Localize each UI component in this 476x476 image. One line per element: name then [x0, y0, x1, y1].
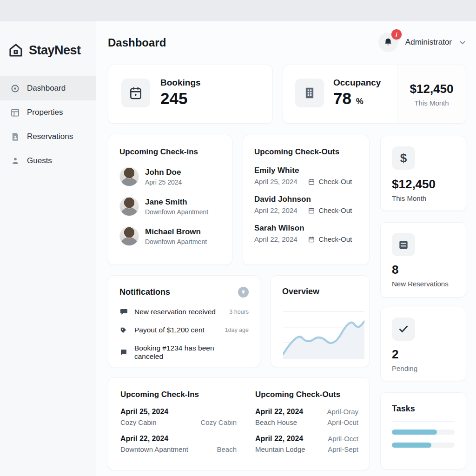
bottom-entry[interactable]: April 25, 2024 Cozy Cabin Cozy Cabin: [120, 408, 237, 426]
bottom-entry[interactable]: April 22, 2024 Downtown Apantment Beach: [120, 435, 237, 453]
entry-date: April 22, 2024: [255, 435, 303, 443]
entry-date: April 22, 2024: [120, 435, 168, 443]
notification-text: Booking #1234 has been canceled: [134, 344, 243, 361]
checkin-list-item[interactable]: John Doe Apri 25 2024: [119, 167, 221, 186]
revenue-period: This Month: [414, 99, 449, 107]
bottom-entry[interactable]: April 22, 2024 April-Occt Meuntain Lodge…: [255, 435, 358, 453]
sidebar-item-label: Properties: [27, 108, 63, 117]
layout-panel-icon: [10, 108, 20, 118]
task-progress-track: [392, 443, 455, 448]
checkin-list-item[interactable]: Michael Brown Downfown Apartment: [119, 226, 221, 246]
checkin-list-item[interactable]: Jane Smith Downfown Apantment: [119, 197, 221, 216]
avatar: [119, 197, 139, 216]
bottom-checkouts-section: Upcoming Check-Outs April 22, 2024 April…: [255, 390, 358, 453]
notifications-title: Notifications: [119, 287, 170, 297]
guest-name: John Doe: [145, 168, 182, 177]
sidebar-item-properties[interactable]: Properties: [0, 100, 96, 125]
avatar: [119, 226, 139, 246]
occupancy-card[interactable]: Occupancy 78 % $12,450 This Month: [283, 65, 466, 124]
notifications-card: Notifications New reservation received 3…: [108, 275, 260, 367]
pending-card: 2 Pending: [380, 307, 466, 381]
bottom-summary-card: Upcoming Check-Ins April 25, 2024 Cozy C…: [108, 377, 370, 470]
entry-date-right: April-Oray: [327, 408, 358, 416]
task-progress-fill: [392, 430, 437, 435]
notification-badge: i: [391, 29, 402, 40]
bookings-value: 245: [160, 89, 201, 108]
overview-chart-wrap: [283, 306, 364, 363]
checkout-list-item[interactable]: Sarah Wilson April 22, 2024 Check-Out: [254, 224, 358, 243]
divider: [392, 421, 455, 422]
guest-sub: Downfown Apantment: [145, 208, 208, 216]
entry-property: Downtown Apantment: [120, 445, 188, 453]
calendar-mini-icon: [308, 178, 315, 185]
person-icon: [10, 156, 20, 166]
target-icon: [10, 84, 20, 93]
upcoming-checkouts-card: Upcoming Check-Outs Emily White April 25…: [243, 135, 370, 265]
entry-property-right: Beach: [217, 445, 237, 453]
reservations-label: New Reservations: [392, 280, 455, 288]
file-person-icon: [10, 132, 20, 142]
guest-name: Jane Smith: [145, 198, 208, 207]
occupancy-unit: %: [356, 97, 364, 106]
checkout-date: April 22, 2024: [254, 206, 298, 214]
home-icon: [7, 42, 24, 59]
bookings-card[interactable]: Bookings 245: [108, 65, 273, 124]
guest-name: David Johnson: [254, 195, 358, 204]
notification-item[interactable]: Payout of $1,200 cent 1day age: [119, 326, 249, 334]
notification-item[interactable]: Booking #1234 has been canceled: [119, 344, 249, 361]
month-revenue-panel: $12,450 This Month: [397, 65, 466, 123]
dollar-icon: $: [392, 146, 415, 170]
entry-property-right: April-Sept: [328, 445, 358, 453]
entry-property-right: April-Ocut: [327, 418, 358, 426]
sidebar-nav: Dashboard Properties Reservations: [0, 76, 96, 173]
guest-name: Sarah Wilson: [254, 224, 358, 233]
sidebar-item-guests[interactable]: Guests: [0, 149, 96, 173]
notification-time: 3 hours: [229, 309, 249, 315]
revenue-value: $12,450: [410, 82, 454, 96]
checkout-tag: Check-Out: [319, 235, 352, 243]
chat-bubble-icon: [119, 307, 128, 316]
entry-property: Meuntain Lodge: [255, 445, 305, 453]
user-name[interactable]: Administrator: [405, 38, 452, 47]
notification-item[interactable]: New reservation received 3 hours: [119, 307, 249, 316]
calendar-icon: [121, 79, 150, 107]
upcoming-checkins-card: Upcoming Check-ins John Doe Apri 25 2024…: [108, 135, 232, 265]
app-logo: StayNest: [0, 21, 96, 59]
pin-badge-icon[interactable]: [238, 287, 249, 298]
bottom-entry[interactable]: April 22, 2024 April-Oray Beach House Ap…: [255, 408, 358, 426]
checkouts-title: Upcoming Check-Outs: [254, 147, 358, 157]
pending-count: 2: [392, 347, 455, 362]
checkout-list-item[interactable]: David Johnson April 22, 2024 Check-Out: [254, 195, 358, 214]
pending-label: Pending: [392, 364, 455, 372]
sidebar-item-label: Guests: [27, 156, 52, 165]
bottom-checkins-title: Upcoming Check-Ins: [120, 390, 237, 399]
bottom-checkins-section: Upcoming Check-Ins April 25, 2024 Cozy C…: [120, 390, 237, 453]
sidebar-item-reservations[interactable]: Reservations: [0, 125, 96, 149]
checkout-date: April 25, 2024: [254, 178, 298, 185]
entry-date: April 22, 2024: [255, 408, 303, 416]
overview-chart: [283, 306, 364, 361]
overview-card: Overview: [271, 275, 370, 367]
revenue-period: This Month: [392, 194, 455, 202]
notification-bell-button[interactable]: i: [378, 33, 398, 52]
checkout-tag: Check-Out: [319, 206, 352, 214]
page-title: Dashboard: [108, 36, 166, 49]
revenue-side-card: $ $12,450 This Month: [380, 136, 466, 211]
bell-icon: [383, 37, 393, 47]
sidebar-item-label: Dashboard: [27, 84, 66, 93]
bottom-checkouts-title: Upcoming Check-Outs: [255, 390, 358, 399]
guest-sub: Apri 25 2024: [145, 178, 182, 186]
calendar-mini-icon: [308, 236, 315, 243]
checkout-list-item[interactable]: Emily White April 25, 2024 Check-Out: [254, 166, 358, 185]
chevron-down-icon[interactable]: [459, 39, 466, 46]
tag-icon: [119, 326, 128, 334]
sidebar: StayNest Dashboard Properties: [0, 21, 96, 476]
task-progress-fill: [392, 443, 431, 448]
task-progress-track: [392, 430, 455, 435]
overview-title: Overview: [282, 287, 369, 297]
calendar-filled-icon: [392, 233, 415, 256]
guest-name: Michael Brown: [145, 227, 207, 237]
new-reservations-card: 8 New Reservations: [380, 222, 466, 298]
sidebar-item-dashboard[interactable]: Dashboard: [0, 76, 96, 100]
occupancy-value: 78 %: [333, 89, 381, 108]
